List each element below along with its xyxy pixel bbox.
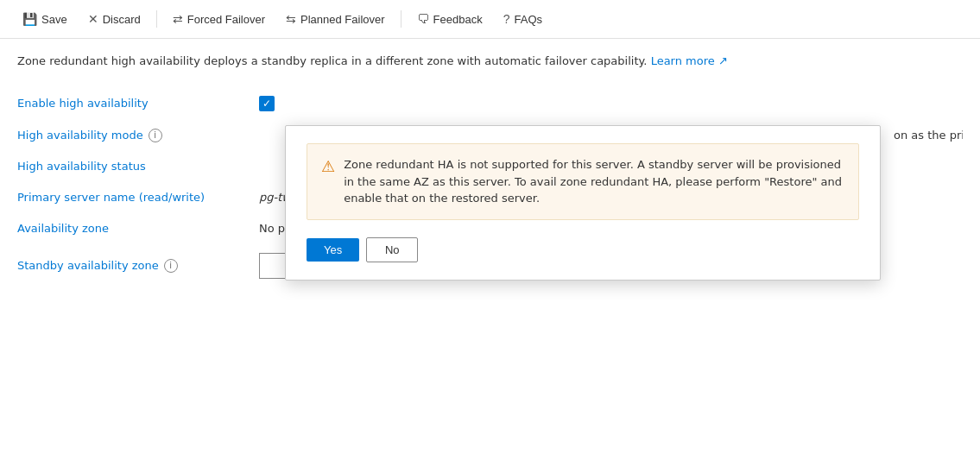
save-button[interactable]: 💾 Save bbox=[14, 7, 76, 31]
dialog-buttons: Yes No bbox=[307, 237, 859, 262]
toolbar-divider-2 bbox=[401, 10, 401, 28]
main-content: Zone redundant high availability deploys… bbox=[0, 39, 980, 301]
availability-zone-label: Availability zone bbox=[17, 222, 259, 235]
discard-button[interactable]: ✕ Discard bbox=[79, 7, 149, 31]
faqs-label: FAQs bbox=[514, 13, 542, 26]
ha-mode-label: High availability mode i bbox=[17, 129, 259, 142]
warning-box: ⚠ Zone redundant HA is not supported for… bbox=[307, 143, 859, 220]
info-text: Zone redundant high availability deploys… bbox=[17, 53, 963, 70]
feedback-label: Feedback bbox=[433, 13, 483, 26]
faqs-icon: ? bbox=[503, 12, 510, 26]
checkmark-icon: ✓ bbox=[262, 98, 271, 109]
faqs-button[interactable]: ? FAQs bbox=[495, 7, 551, 31]
feedback-icon: 🗨 bbox=[417, 12, 429, 26]
info-main-text: Zone redundant high availability deploys… bbox=[17, 54, 648, 67]
external-link-icon: ↗ bbox=[718, 54, 728, 67]
toolbar-divider-1 bbox=[156, 10, 157, 28]
enable-ha-row: Enable high availability ✓ bbox=[17, 87, 963, 120]
dialog-yes-button[interactable]: Yes bbox=[307, 238, 359, 262]
ha-mode-clipped: on as the primar bbox=[894, 129, 963, 142]
forced-failover-label: Forced Failover bbox=[187, 13, 265, 26]
warning-triangle-icon: ⚠ bbox=[321, 157, 335, 175]
ha-status-label: High availability status bbox=[17, 160, 259, 173]
primary-server-label: Primary server name (read/write) bbox=[17, 191, 259, 204]
planned-failover-label: Planned Failover bbox=[300, 13, 385, 26]
learn-more-link[interactable]: Learn more ↗ bbox=[651, 54, 728, 67]
confirmation-dialog: ⚠ Zone redundant HA is not supported for… bbox=[285, 125, 881, 281]
ha-mode-info-icon[interactable]: i bbox=[149, 129, 162, 142]
planned-failover-button[interactable]: ⇆ Planned Failover bbox=[277, 7, 394, 31]
dialog-no-button[interactable]: No bbox=[366, 237, 418, 262]
standby-zone-label: Standby availability zone i bbox=[17, 259, 259, 273]
enable-ha-checkbox-wrapper: ✓ bbox=[259, 96, 275, 111]
forced-failover-button[interactable]: ⇄ Forced Failover bbox=[164, 7, 274, 31]
enable-ha-checkbox[interactable]: ✓ bbox=[259, 96, 275, 111]
save-label: Save bbox=[41, 13, 67, 26]
discard-icon: ✕ bbox=[88, 12, 98, 26]
toolbar: 💾 Save ✕ Discard ⇄ Forced Failover ⇆ Pla… bbox=[0, 0, 980, 39]
planned-failover-icon: ⇆ bbox=[286, 12, 296, 26]
warning-message: Zone redundant HA is not supported for t… bbox=[344, 156, 844, 207]
enable-ha-label: Enable high availability bbox=[17, 97, 259, 110]
feedback-button[interactable]: 🗨 Feedback bbox=[408, 7, 491, 31]
forced-failover-icon: ⇄ bbox=[173, 12, 183, 26]
save-icon: 💾 bbox=[22, 12, 37, 26]
discard-label: Discard bbox=[103, 13, 141, 26]
standby-zone-info-icon[interactable]: i bbox=[164, 259, 178, 273]
